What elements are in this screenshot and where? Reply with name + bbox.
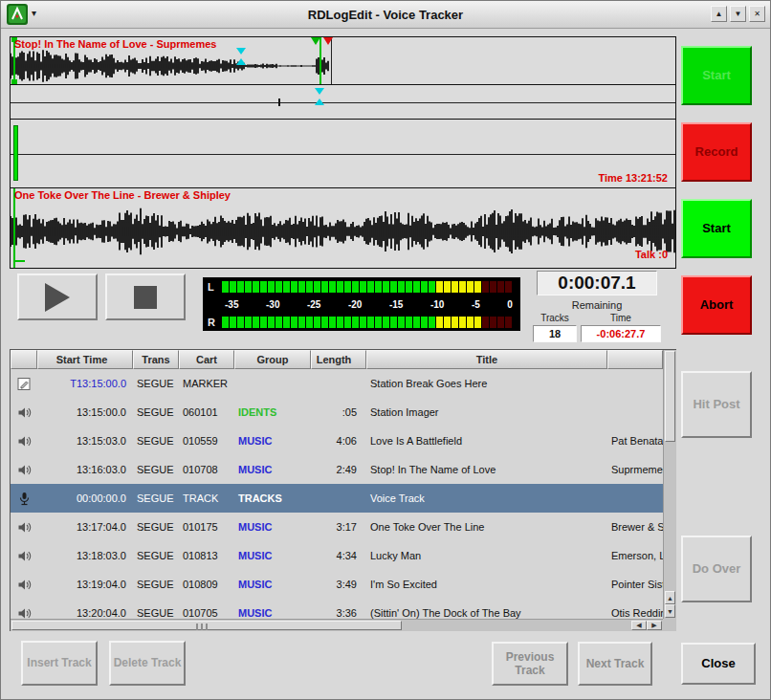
- cell-title: One Toke Over The Line: [366, 513, 607, 541]
- close-button[interactable]: Close: [681, 643, 756, 685]
- cell-group: MUSIC: [234, 541, 311, 570]
- fade-marker-icon[interactable]: [315, 98, 324, 105]
- meter-scale-label: -30: [266, 299, 279, 310]
- waveform-pane-track2[interactable]: One Toke Over The Line - Brewer & Shiple…: [11, 188, 675, 268]
- insert-track-button[interactable]: Insert Track: [21, 641, 98, 686]
- cell-trans: SEGUE: [133, 484, 179, 513]
- transport-strip: L -35-30-25-20-15-10-50 R 0:00:07.1 Rema…: [10, 271, 676, 347]
- record-button[interactable]: Record: [681, 122, 752, 182]
- scroll-right-button[interactable]: ▶: [647, 621, 662, 630]
- horizontal-scrollbar-thumb[interactable]: [11, 621, 402, 630]
- cell-group: TRACKS: [234, 484, 311, 513]
- marker-handle-bottom[interactable]: [11, 79, 17, 84]
- cell-group: MUSIC: [234, 427, 311, 455]
- fade-marker-icon[interactable]: [315, 88, 324, 95]
- header-cart[interactable]: Cart: [179, 350, 234, 369]
- vertical-scrollbar-track: [665, 442, 675, 591]
- log-table-row[interactable]: 13:20:04.0 SEGUE 010705 MUSIC 3:36 (Sitt…: [11, 599, 663, 619]
- meter-right-bar: [222, 317, 516, 328]
- log-table-row[interactable]: 13:15:03.0 SEGUE 010559 MUSIC 4:06 Love …: [11, 427, 663, 455]
- cell-cart: 010559: [179, 427, 234, 455]
- waveform-track2: [11, 204, 675, 259]
- meter-scale-label: -10: [430, 299, 444, 310]
- play-button[interactable]: [17, 273, 98, 320]
- header-title[interactable]: Title: [366, 350, 607, 369]
- stop-icon: [134, 286, 157, 309]
- cell-cart: 010175: [179, 513, 234, 541]
- abort-button[interactable]: Abort: [681, 275, 752, 335]
- vertical-scrollbar-thumb[interactable]: [665, 351, 675, 442]
- stop-button[interactable]: [105, 273, 186, 320]
- fade-marker-icon[interactable]: [236, 48, 246, 55]
- meter-right-label: R: [208, 317, 222, 328]
- time-remaining-value: -0:06:27.7: [581, 325, 661, 342]
- track1-title: Stop! In The Name of Love - Suprmemes: [14, 38, 216, 50]
- tracks-remaining-label: Tracks: [540, 313, 569, 323]
- header-length[interactable]: Length: [311, 350, 366, 369]
- cell-group: MUSIC: [234, 455, 311, 484]
- row-type-icon: [11, 405, 37, 420]
- log-table-row[interactable]: 13:15:00.0 SEGUE 060101 IDENTS :05 Stati…: [11, 398, 663, 427]
- zero-line: [11, 154, 675, 155]
- zero-line: [11, 102, 675, 103]
- cell-trans: SEGUE: [133, 427, 179, 455]
- header-artist-col[interactable]: [607, 350, 663, 369]
- next-track-button[interactable]: Next Track: [578, 642, 652, 686]
- header-icon-col[interactable]: [11, 350, 37, 369]
- cell-title: Stop! In The Name of Love: [366, 455, 607, 484]
- window-close-button[interactable]: ✕: [749, 6, 765, 22]
- segue-start-marker-icon[interactable]: [311, 37, 320, 45]
- cell-start-time: 13:16:03.0: [37, 455, 133, 484]
- fade-marker-icon[interactable]: [236, 58, 246, 65]
- log-table-row[interactable]: T13:15:00.0 SEGUE MARKER Station Break G…: [11, 369, 663, 398]
- track2-title: One Toke Over The Line - Brewer & Shiple…: [14, 189, 231, 201]
- previous-track-button[interactable]: Previous Track: [492, 642, 568, 686]
- start-button-track2[interactable]: Start: [681, 199, 752, 258]
- waveform-pane-voicetrack[interactable]: Time 13:21:52: [11, 120, 675, 188]
- time-remaining-label: Time: [610, 313, 631, 323]
- cell-group: MUSIC: [234, 599, 311, 619]
- meter-scale-label: 0: [507, 299, 513, 310]
- vertical-scrollbar[interactable]: ▲ ▼: [663, 350, 676, 619]
- scroll-down-button[interactable]: ▼: [665, 604, 675, 618]
- audio-blip: [278, 98, 280, 106]
- cell-title: Station Imager: [366, 398, 607, 427]
- horizontal-scrollbar-track: [402, 621, 631, 630]
- cell-length: 4:34: [311, 541, 366, 570]
- cell-start-time: 13:15:03.0: [37, 427, 133, 455]
- end-marker-icon[interactable]: [323, 37, 333, 45]
- do-over-button[interactable]: Do Over: [681, 536, 752, 602]
- window-minimize-button[interactable]: ▼: [730, 6, 746, 22]
- cell-trans: SEGUE: [133, 513, 179, 541]
- scroll-up-button[interactable]: ▲: [665, 591, 675, 604]
- cell-trans: SEGUE: [133, 398, 179, 427]
- play-icon: [45, 283, 70, 312]
- header-group[interactable]: Group: [234, 350, 311, 369]
- log-table-row[interactable]: 13:18:03.0 SEGUE 010813 MUSIC 4:34 Lucky…: [11, 541, 663, 570]
- cell-trans: SEGUE: [133, 541, 179, 570]
- table-header-row: Start Time Trans Cart Group Length Title: [11, 350, 663, 369]
- cell-length: 3:49: [311, 570, 366, 599]
- log-table-row[interactable]: 13:19:04.0 SEGUE 010809 MUSIC 3:49 I'm S…: [11, 570, 663, 599]
- start-button-track1[interactable]: Start: [681, 46, 752, 105]
- cell-cart: 010705: [179, 599, 234, 619]
- cell-artist: Suprmemes: [607, 455, 663, 484]
- waveform-pane-track1[interactable]: Stop! In The Name of Love - Suprmemes: [11, 37, 675, 120]
- speaker-icon: [17, 405, 32, 420]
- log-table-row[interactable]: 13:16:03.0 SEGUE 010708 MUSIC 2:49 Stop!…: [11, 455, 663, 484]
- talk-marker-bracket[interactable]: [13, 252, 25, 262]
- speaker-icon: [17, 520, 32, 535]
- cell-length: :05: [311, 398, 366, 427]
- hit-post-button[interactable]: Hit Post: [681, 371, 752, 438]
- cell-trans: SEGUE: [133, 455, 179, 484]
- log-table-row[interactable]: 13:17:04.0 SEGUE 010175 MUSIC 3:17 One T…: [11, 513, 663, 541]
- scroll-left-button[interactable]: ◀: [631, 621, 647, 630]
- window-shade-button[interactable]: ▲: [711, 6, 727, 22]
- delete-track-button[interactable]: Delete Track: [109, 641, 186, 686]
- cell-artist: Otis Reddin: [607, 599, 663, 619]
- horizontal-scrollbar[interactable]: ◀ ▶: [11, 619, 663, 631]
- log-table-row[interactable]: 00:00:00.0 SEGUE TRACK TRACKS Voice Trac…: [11, 484, 663, 513]
- row-type-icon: [11, 463, 37, 477]
- header-start-time[interactable]: Start Time: [37, 350, 133, 369]
- header-trans[interactable]: Trans: [133, 350, 179, 369]
